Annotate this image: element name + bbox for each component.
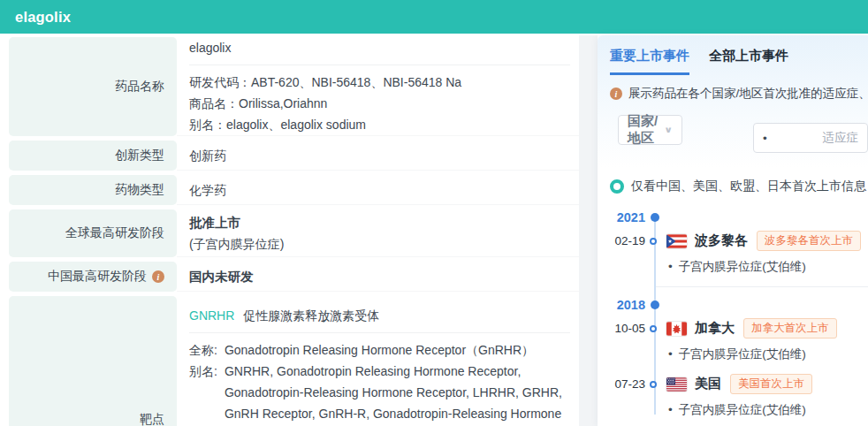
indication-item: 子宫内膜异位症(艾伯维) (668, 259, 868, 275)
flag-puerto-rico-icon (666, 234, 687, 248)
row-value: 批准上市 (子宫内膜异位症) (177, 209, 579, 257)
table-row-drug-name: 药品名称 elagolix 研发代码：ABT-620、NBI-56418、NBI… (9, 37, 579, 136)
drug-info-panel: 药品名称 elagolix 研发代码：ABT-620、NBI-56418、NBI… (0, 34, 579, 426)
row-value: GNRHR促性腺激素释放激素受体 全称: Gonadotropin Releas… (177, 296, 579, 426)
first-launch-badge: 美国首次上市 (730, 374, 812, 394)
first-launch-badge: 波多黎各首次上市 (757, 231, 861, 251)
info-icon[interactable]: i (152, 270, 164, 283)
target-full-name-line: 全称: Gonadotropin Releasing Hormone Recep… (189, 339, 570, 361)
global-stage-value: 批准上市 (189, 212, 570, 233)
global-stage-indication: (子宫内膜异位症) (189, 233, 570, 255)
target-gene-link[interactable]: GNRHR (189, 308, 234, 323)
target-alias-line: 别名: GNRHR, Gonadotropin Releasing Hormon… (189, 361, 570, 426)
info-icon[interactable]: i (610, 87, 622, 100)
tab-key-launch-events[interactable]: 重要上市事件 (610, 48, 689, 75)
flag-usa-icon (666, 377, 687, 392)
timeline-event: 07-23 美国 美国首次上市 (610, 374, 868, 394)
timeline-year-dot (651, 300, 659, 309)
timeline-year: 2021 (610, 210, 868, 224)
drug-dev-code: 研发代码：ABT-620、NBI-56418、NBI-56418 Na (189, 72, 570, 93)
timeline-event: 02-19 波多黎各 波多黎各首次上市 (610, 231, 868, 251)
row-label: 药物类型 (9, 175, 177, 205)
timeline-year-dot (651, 213, 659, 222)
row-label-text: 中国最高研发阶段 (48, 269, 147, 285)
row-value: elagolix 研发代码：ABT-620、NBI-56418、NBI-5641… (177, 37, 579, 136)
timeline-year-label: 2021 (610, 210, 645, 224)
drug-trade-name: 商品名：Orilissa,Oriahnn (189, 93, 570, 114)
chevron-down-icon: ∨ (664, 125, 673, 134)
timeline-event: 10-05 加拿大 加拿大首次上市 (610, 318, 868, 339)
events-note: i 展示药品在各个国家/地区首次批准的适应症、 (610, 86, 868, 102)
country-name: 波多黎各 (695, 232, 748, 249)
timeline-year-label: 2018 (610, 298, 645, 312)
launch-timeline: 2021 02-19 波多黎各 波多黎各首次上市 子宫内膜异位症(艾伯维) (610, 210, 868, 426)
target-gene-cn: 促性腺激素释放激素受体 (243, 308, 379, 323)
indication-select-placeholder: 适应症 (823, 130, 859, 146)
indication-select[interactable]: 适应症 (753, 123, 868, 153)
table-row-global-stage: 全球最高研发阶段 批准上市 (子宫内膜异位症) (9, 209, 579, 257)
timeline-event-dot (650, 381, 657, 388)
timeline-event-dot (650, 325, 657, 332)
row-label: 中国最高研发阶段 i (9, 262, 177, 292)
page-header: elagolix (0, 0, 868, 34)
events-note-text: 展示药品在各个国家/地区首次批准的适应症、 (628, 86, 868, 102)
row-value: 创新药 (177, 141, 579, 171)
table-row-innovation-type: 创新类型 创新药 (9, 141, 579, 171)
country-name: 美国 (695, 376, 721, 392)
table-row-target: 靶点 GNRHR促性腺激素释放激素受体 全称: Gonadotropin Rel… (9, 296, 579, 426)
target-alias-key: 别名: (189, 361, 217, 382)
target-full-name-key: 全称: (189, 339, 217, 361)
event-date: 02-19 (610, 234, 645, 247)
indication-item: 子宫内膜异位症(艾伯维) (668, 402, 868, 418)
table-row-drug-type: 药物类型 化学药 (9, 175, 579, 205)
country-select-placeholder: 国家/地区 (628, 113, 664, 147)
table-row-china-stage: 中国最高研发阶段 i 国内未研发 (9, 262, 579, 292)
drug-alias: 别名：elagolix、elagolix sodium (189, 114, 570, 135)
drug-name-primary: elagolix (189, 37, 570, 65)
first-launch-badge: 加拿大首次上市 (743, 318, 837, 339)
event-date: 07-23 (610, 377, 645, 391)
indication-item: 子宫内膜异位症(艾伯维) (668, 346, 868, 362)
timeline-year: 2018 (610, 298, 868, 312)
flag-canada-icon (666, 322, 687, 336)
left-panel-scrollbar[interactable] (579, 35, 598, 426)
tab-all-launch-events[interactable]: 全部上市事件 (709, 48, 788, 75)
target-alias: GNRHR, Gonadotropin Releasing Hormone Re… (225, 361, 570, 426)
event-date: 10-05 (610, 322, 645, 335)
country-select[interactable]: 国家/地区 ∨ (618, 115, 682, 145)
row-value: 化学药 (177, 175, 579, 205)
events-filters: 国家/地区 ∨ 适应症 (610, 115, 868, 164)
target-full-name: Gonadotropin Releasing Hormone Receptor（… (225, 339, 570, 361)
row-label: 全球最高研发阶段 (9, 209, 177, 257)
radio-icon[interactable] (610, 179, 624, 194)
main-area: 药品名称 elagolix 研发代码：ABT-620、NBI-56418、NBI… (0, 34, 868, 426)
row-label: 创新类型 (9, 141, 177, 171)
first-launch-radio[interactable]: 仅看中国、美国、欧盟、日本首次上市信息 (610, 179, 868, 194)
china-stage-value: 国内未研发 (177, 262, 579, 292)
events-tabs: 重要上市事件 全部上市事件 (610, 48, 868, 75)
launch-events-panel: 重要上市事件 全部上市事件 i 展示药品在各个国家/地区首次批准的适应症、 国家… (598, 35, 868, 426)
target-gene-line: GNRHR促性腺激素释放激素受体 (189, 305, 570, 333)
row-label: 靶点 (9, 296, 177, 426)
timeline-event-dot (650, 238, 657, 245)
timeline-divider (656, 286, 868, 287)
radio-label: 仅看中国、美国、欧盟、日本首次上市信息 (631, 179, 866, 194)
page-title: elagolix (15, 9, 71, 26)
row-label: 药品名称 (9, 37, 177, 136)
country-name: 加拿大 (695, 320, 735, 337)
